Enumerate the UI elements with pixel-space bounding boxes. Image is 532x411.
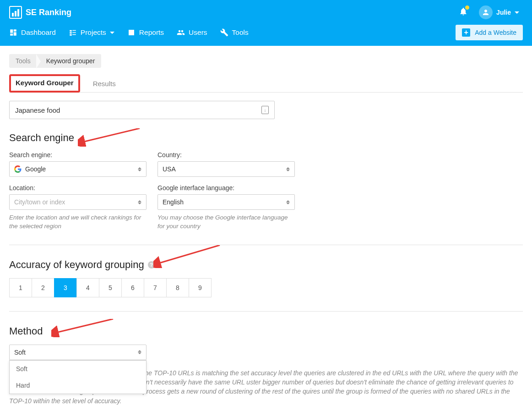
label-language: Google interface language: bbox=[157, 184, 295, 192]
tab-keyword-grouper[interactable]: Keyword Grouper bbox=[9, 74, 80, 93]
breadcrumb-tools[interactable]: Tools bbox=[9, 54, 37, 68]
plus-icon: + bbox=[462, 28, 470, 37]
nav-dashboard[interactable]: Dashboard bbox=[9, 28, 56, 37]
select-arrows-icon bbox=[286, 200, 290, 204]
google-icon bbox=[14, 165, 22, 173]
method-option-soft[interactable]: Soft bbox=[10, 361, 146, 377]
brand-logo[interactable]: SE Ranking bbox=[9, 6, 71, 19]
accuracy-option-8[interactable]: 8 bbox=[166, 278, 189, 297]
accuracy-option-9[interactable]: 9 bbox=[189, 278, 212, 297]
help-icon[interactable]: ? bbox=[148, 261, 155, 269]
select-arrows-icon bbox=[286, 167, 290, 171]
chevron-down-icon bbox=[515, 11, 519, 14]
select-language[interactable]: English bbox=[157, 194, 295, 210]
nav-users[interactable]: Users bbox=[177, 28, 207, 37]
breadcrumb-current: Keyword grouper bbox=[37, 54, 102, 68]
select-method[interactable]: Soft bbox=[9, 345, 147, 360]
method-option-hard[interactable]: Hard bbox=[10, 377, 146, 394]
accuracy-option-7[interactable]: 7 bbox=[144, 278, 167, 297]
save-icon[interactable]: ↓ bbox=[261, 106, 269, 114]
nav-tools[interactable]: Tools bbox=[220, 28, 249, 37]
nav-projects[interactable]: Projects bbox=[69, 28, 114, 37]
accuracy-option-4[interactable]: 4 bbox=[76, 278, 99, 297]
avatar-icon bbox=[479, 5, 493, 19]
label-location: Location: bbox=[9, 184, 147, 192]
select-arrows-icon bbox=[138, 167, 141, 171]
select-search-engine[interactable]: Google bbox=[9, 161, 147, 177]
accuracy-selector: 123456789 bbox=[9, 278, 523, 297]
user-name: Julie bbox=[496, 9, 511, 16]
chevron-down-icon bbox=[110, 32, 114, 34]
select-country[interactable]: USA bbox=[157, 161, 295, 177]
breadcrumb: Tools Keyword grouper bbox=[9, 54, 101, 68]
section-search-engine: Search engine bbox=[9, 132, 523, 144]
label-search-engine: Search engine: bbox=[9, 151, 147, 159]
divider bbox=[9, 245, 523, 245]
tab-results[interactable]: Results bbox=[91, 75, 118, 92]
tools-icon bbox=[220, 28, 228, 37]
logo-chart-icon bbox=[9, 6, 22, 19]
nav-reports[interactable]: Reports bbox=[127, 28, 164, 37]
divider bbox=[9, 311, 523, 312]
accuracy-option-3[interactable]: 3 bbox=[54, 278, 77, 297]
accuracy-option-1[interactable]: 1 bbox=[9, 278, 32, 297]
hint-language: You may choose the Google interface lang… bbox=[157, 214, 295, 231]
users-icon bbox=[177, 28, 185, 37]
brand-name: SE Ranking bbox=[26, 8, 71, 17]
projects-icon bbox=[69, 28, 77, 37]
accuracy-option-6[interactable]: 6 bbox=[121, 278, 144, 297]
hint-location: Enter the location and we will check ran… bbox=[9, 214, 147, 231]
section-method: Method bbox=[9, 325, 523, 337]
section-accuracy: Accuracy of keyword grouping ? bbox=[9, 259, 523, 271]
select-arrows-icon bbox=[138, 200, 141, 204]
label-country: Country: bbox=[157, 151, 295, 159]
method-dropdown: Soft Hard bbox=[9, 360, 147, 394]
reports-icon bbox=[127, 28, 136, 37]
accuracy-option-2[interactable]: 2 bbox=[32, 278, 54, 297]
add-website-button[interactable]: + Add a Website bbox=[456, 25, 523, 40]
dashboard-icon bbox=[9, 28, 17, 37]
keyword-value: Japanese food bbox=[15, 106, 60, 114]
keyword-input[interactable]: Japanese food ↓ bbox=[9, 101, 275, 119]
notifications-icon[interactable] bbox=[459, 7, 468, 18]
user-menu[interactable]: Julie bbox=[475, 4, 523, 21]
select-arrows-icon bbox=[138, 350, 141, 354]
select-location[interactable]: City/town or index bbox=[9, 194, 147, 210]
accuracy-option-5[interactable]: 5 bbox=[99, 278, 122, 297]
